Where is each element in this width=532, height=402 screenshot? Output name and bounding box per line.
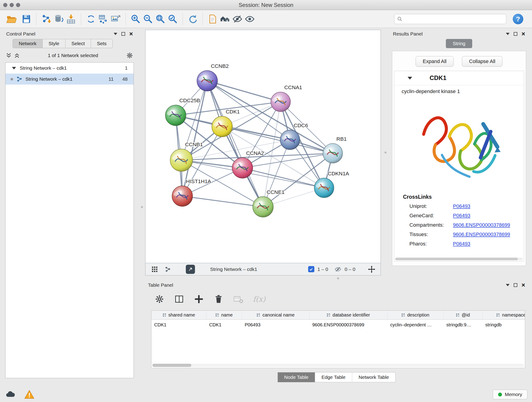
zoom-out-button[interactable] (142, 13, 154, 25)
table-cell[interactable]: CDK1 (206, 320, 242, 330)
table-tab-network-table[interactable]: Network Table (352, 372, 395, 382)
hidden-eye-slash-icon (335, 266, 341, 273)
export-image-button[interactable] (109, 13, 122, 25)
table-cell[interactable]: 9606.ENSP00000378699 (310, 320, 387, 330)
home-button[interactable] (219, 13, 231, 25)
tab-string[interactable]: String (446, 39, 472, 48)
table-close-icon[interactable]: × (521, 283, 525, 287)
crosslink-value-link[interactable]: P06493 (453, 241, 524, 247)
collapse-all-button[interactable]: Collapse All (462, 56, 502, 67)
import-network-file-button[interactable] (40, 13, 52, 25)
column-header-shared-name[interactable]: shared name (152, 311, 206, 319)
crosslink-value-link[interactable]: 9606.ENSP00000378699 (453, 231, 524, 237)
zoom-fit-button[interactable] (154, 13, 167, 25)
search-input[interactable] (404, 16, 503, 22)
network-edge[interactable] (207, 81, 280, 102)
network-table-export-button[interactable] (97, 13, 109, 25)
zoom-in-button[interactable] (129, 13, 142, 25)
network-edge[interactable] (182, 196, 263, 207)
crosslink-value-link[interactable]: 9606.ENSP00000378699 (453, 222, 524, 228)
new-network-button[interactable] (85, 13, 97, 25)
column-header--id[interactable]: @id (443, 311, 482, 319)
panel-float-icon[interactable] (121, 32, 125, 36)
crosslink-value-link[interactable]: P06493 (453, 203, 524, 209)
tab-network[interactable]: Network (13, 39, 43, 48)
network-edge[interactable] (207, 81, 263, 207)
panel-menu-icon[interactable] (114, 33, 117, 35)
save-session-button[interactable] (20, 13, 32, 25)
import-table-button[interactable] (65, 13, 77, 25)
window-zoom-button[interactable] (16, 3, 20, 7)
splitter-handle[interactable] (385, 152, 386, 153)
delete-table-icon-disabled (233, 294, 243, 304)
birdseye-grid-icon[interactable] (152, 266, 158, 273)
collection-expand-icon[interactable] (12, 67, 16, 70)
network-item-row[interactable]: String Network – cdk1 11 48 (6, 74, 133, 85)
eye-icon (244, 14, 255, 24)
table-row[interactable]: CDK1CDK1P064939606.ENSP00000378699cyclin… (152, 320, 525, 330)
memory-button[interactable]: Memory (493, 390, 527, 399)
network-graph[interactable]: CCNB2CCNA1CDC25BCDK1CDC6RB1CCNB1CCNA2CDK… (146, 30, 380, 263)
open-in-new-button[interactable] (186, 265, 195, 274)
clipboard-document-button[interactable] (206, 13, 219, 25)
tab-sets[interactable]: Sets (91, 39, 113, 48)
show-columns-icon[interactable] (174, 294, 184, 304)
table-tab-edge-table[interactable]: Edge Table (315, 372, 352, 382)
view-share-icon[interactable] (165, 266, 171, 273)
zoom-selected-button[interactable] (167, 13, 179, 25)
cloud-status-button[interactable] (5, 389, 17, 400)
results-menu-icon[interactable] (506, 33, 510, 35)
selected-nodes-checkbox[interactable] (308, 266, 314, 272)
column-type-icon (163, 313, 167, 317)
show-details-button[interactable] (244, 13, 256, 25)
splitter-handle[interactable] (337, 277, 339, 279)
column-header-database-identifier[interactable]: database identifier (310, 311, 387, 319)
control-panel: Control Panel × NetworkStyleSelectSets 1… (3, 30, 136, 380)
refresh-layout-button[interactable] (186, 13, 199, 25)
column-header-description[interactable]: description (387, 311, 443, 319)
help-button[interactable]: ? (513, 14, 523, 24)
expand-all-networks-icon[interactable] (6, 52, 12, 58)
panel-close-icon[interactable]: × (129, 32, 133, 36)
table-cell[interactable]: cyclin–dependent … (387, 320, 443, 330)
warnings-button[interactable] (23, 389, 35, 400)
add-column-plus-icon[interactable] (194, 294, 204, 304)
splitter-handle[interactable] (141, 206, 143, 208)
gene-section-header[interactable]: CDK1 (394, 71, 524, 85)
column-header-name[interactable]: name (206, 311, 242, 319)
table-cell[interactable]: CDK1 (152, 320, 206, 330)
gene-collapse-icon[interactable] (408, 77, 412, 80)
delete-trash-icon[interactable] (214, 294, 224, 304)
results-float-icon[interactable] (514, 32, 517, 36)
window-close-button[interactable] (3, 3, 7, 7)
table-menu-icon[interactable] (506, 284, 510, 286)
window-minimize-button[interactable] (10, 3, 14, 7)
results-scrollbar[interactable] (395, 258, 523, 260)
status-bar: Memory (0, 387, 532, 402)
import-network-database-button[interactable] (52, 13, 65, 25)
table-cell[interactable]: P06493 (242, 320, 310, 330)
table-settings-gear-icon[interactable] (154, 294, 165, 304)
crosslink-value-link[interactable]: P06493 (453, 213, 524, 219)
search-field[interactable] (394, 14, 506, 24)
hide-details-button[interactable] (231, 13, 244, 25)
table-cell[interactable]: stringdb (482, 320, 525, 330)
table-cell[interactable]: stringdb:9… (443, 320, 482, 330)
tab-select[interactable]: Select (65, 39, 91, 48)
tab-style[interactable]: Style (42, 39, 65, 48)
move-crosshair-icon[interactable] (368, 265, 375, 273)
column-header-namespace[interactable]: namespace (482, 311, 525, 319)
column-header-canonical-name[interactable]: canonical name (242, 311, 310, 319)
network-options-gear-icon[interactable] (126, 52, 133, 59)
expand-all-button[interactable]: Expand All (416, 56, 454, 67)
network-node-label: CDKN1A (328, 171, 349, 177)
network-canvas[interactable]: CCNB2CCNA1CDC25BCDK1CDC6RB1CCNB1CCNA2CDK… (145, 30, 381, 263)
network-edge[interactable] (181, 81, 207, 160)
table-float-icon[interactable] (514, 283, 517, 287)
table-tab-node-table[interactable]: Node Table (278, 372, 315, 382)
collapse-all-networks-icon[interactable] (14, 52, 20, 58)
results-close-icon[interactable]: × (521, 32, 525, 36)
table-scrollbar[interactable] (152, 364, 524, 367)
open-session-button[interactable] (5, 13, 17, 25)
network-collection-row[interactable]: String Network – cdk1 1 (6, 63, 133, 74)
